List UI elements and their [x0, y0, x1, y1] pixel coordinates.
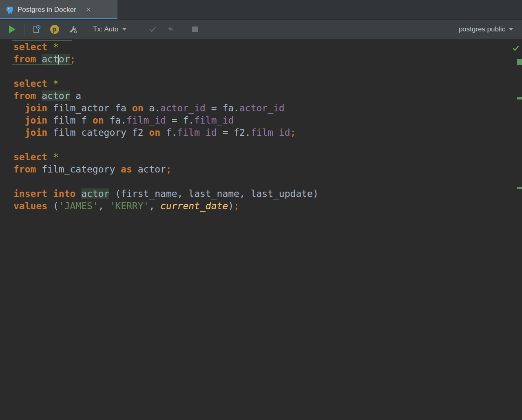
code-token [13, 127, 25, 138]
console-toolbar: p Tx: Auto [0, 20, 522, 39]
code-line[interactable] [13, 65, 522, 77]
chevron-down-icon [122, 28, 126, 31]
code-token: f. [160, 127, 177, 138]
code-token: film_category f2 [47, 127, 149, 138]
code-token: on [93, 115, 104, 126]
code-token: values [13, 201, 47, 211]
code-token: into [53, 188, 75, 199]
code-token: = f2. [217, 127, 251, 138]
commit-button[interactable] [146, 23, 159, 36]
code-token: on [132, 103, 144, 113]
code-token: = fa. [206, 103, 239, 113]
code-token: on [149, 127, 160, 138]
toolbar-separator [183, 24, 183, 35]
code-token: actor [132, 164, 166, 175]
session-dialect-button[interactable]: p [48, 23, 61, 36]
toolbar-separator [24, 24, 24, 35]
code-token: film_id [251, 127, 290, 138]
code-token: film_id [194, 115, 234, 126]
code-line[interactable] [13, 175, 522, 188]
change-stripe-mark[interactable] [517, 59, 522, 65]
code-token: select [13, 152, 47, 162]
document-clock-icon [32, 25, 41, 34]
code-token: ; [234, 201, 239, 211]
undo-arrow-icon [166, 25, 175, 34]
run-button[interactable] [6, 23, 19, 36]
stop-button[interactable] [188, 23, 201, 36]
chevron-down-icon [509, 28, 513, 31]
tab-title: Postgres in Docker [18, 6, 76, 14]
code-token: film_id [177, 127, 217, 138]
code-token: * [53, 152, 59, 162]
code-token: act [42, 54, 59, 64]
code-token [47, 42, 53, 52]
code-token [75, 188, 81, 199]
code-token: actor_id [160, 103, 206, 113]
editor-code: select *from actor; select *from actor a… [13, 41, 522, 212]
sql-editor[interactable]: select *from actor; select *from actor a… [0, 39, 522, 420]
code-token: current_date [160, 201, 228, 211]
code-line[interactable]: join film f on fa.film_id = f.film_id [13, 114, 522, 126]
code-token: select [13, 78, 47, 89]
close-tab-icon[interactable]: × [86, 6, 91, 13]
code-line[interactable]: select * [13, 77, 522, 90]
code-token: as [121, 164, 132, 175]
code-token: join [25, 115, 47, 126]
check-icon [148, 25, 157, 34]
code-line[interactable]: insert into actor (first_name, last_name… [13, 188, 522, 200]
code-token: actor [42, 91, 70, 101]
code-token: , [149, 201, 160, 211]
code-token: a [70, 91, 82, 101]
code-token: a. [144, 103, 161, 113]
tab-postgres-in-docker[interactable]: Postgres in Docker × [0, 0, 117, 19]
inspections-ok-icon[interactable] [512, 42, 520, 55]
schema-selector-dropdown[interactable]: postgres.public [459, 25, 516, 33]
query-history-button[interactable] [30, 23, 43, 36]
code-token [13, 103, 25, 113]
code-token: actor_id [239, 103, 285, 113]
change-stripe-mark[interactable] [517, 97, 522, 99]
code-line[interactable]: join film_category f2 on f.film_id = f2.… [13, 126, 522, 139]
code-line[interactable] [13, 139, 522, 151]
code-line[interactable]: select * [13, 41, 522, 53]
code-token [47, 152, 53, 162]
code-token: insert [13, 188, 47, 199]
code-token [47, 78, 53, 89]
code-token: film_actor fa [47, 103, 132, 113]
settings-button[interactable] [66, 23, 80, 36]
tx-mode-dropdown[interactable]: Tx: Auto [91, 25, 129, 33]
code-token: from [13, 91, 36, 101]
code-token: ; [290, 127, 296, 138]
code-token: ; [166, 164, 172, 175]
code-line[interactable]: join film_actor fa on a.actor_id = fa.ac… [13, 102, 522, 114]
code-token: (first_name, last_name, last_update) [109, 188, 318, 199]
code-token: film_category [36, 164, 121, 175]
code-token: 'KERRY' [109, 201, 149, 211]
app-window: Postgres in Docker × p [0, 0, 522, 420]
editor-tab-bar: Postgres in Docker × [0, 0, 522, 20]
postgresql-elephant-icon [5, 5, 14, 14]
change-stripe-mark[interactable] [517, 187, 522, 189]
code-line[interactable]: from actor; [13, 53, 522, 65]
code-token: ( [47, 201, 59, 211]
code-token: 'JAMES' [59, 201, 98, 211]
code-token: or [59, 54, 70, 64]
code-token: , [98, 201, 110, 211]
code-line[interactable]: select * [13, 151, 522, 163]
schema-selector-label: postgres.public [459, 25, 505, 33]
code-token: ; [70, 54, 76, 64]
code-token: fa. [104, 115, 126, 126]
code-line[interactable]: values ('JAMES', 'KERRY', current_date); [13, 200, 522, 212]
code-token: from [13, 164, 36, 175]
code-token: join [25, 103, 47, 113]
code-token: select [13, 42, 47, 52]
code-line[interactable]: from film_category as actor; [13, 163, 522, 175]
toolbar-separator [85, 24, 85, 35]
code-token: film f [47, 115, 93, 126]
code-token: = f. [166, 115, 194, 126]
code-line[interactable]: from actor a [13, 90, 522, 102]
code-token [13, 115, 25, 126]
play-icon [9, 25, 15, 33]
rollback-button[interactable] [164, 23, 177, 36]
code-token [36, 91, 42, 101]
